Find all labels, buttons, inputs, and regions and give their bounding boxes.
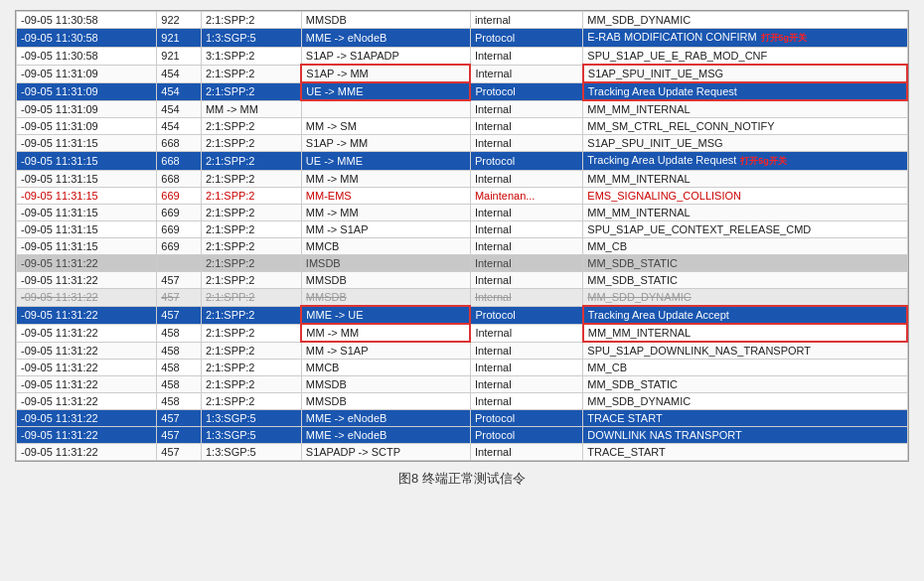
- table-row[interactable]: -09-05 11:31:224572:1:SPP:2MMSDBInternal…: [17, 289, 908, 307]
- table-row[interactable]: -09-05 11:30:589213:1:SPP:2S1AP -> S1APA…: [17, 48, 908, 66]
- table-row[interactable]: -09-05 11:31:224571:3:SGP:5S1APADP -> SC…: [17, 444, 908, 461]
- table-row[interactable]: -09-05 11:31:156692:1:SPP:2MM -> S1APInt…: [17, 221, 908, 238]
- annotation-label: 打开5g开关: [740, 156, 787, 166]
- table-row[interactable]: -09-05 11:31:222:1:SPP:2IMSDBInternalMM_…: [17, 255, 908, 272]
- table-row[interactable]: -09-05 11:31:224571:3:SGP:5MME -> eNodeB…: [17, 410, 908, 427]
- table-row[interactable]: -09-05 11:31:094542:1:SPP:2S1AP -> MMInt…: [17, 65, 908, 82]
- table-row[interactable]: -09-05 11:31:224572:1:SPP:2MMSDBInternal…: [17, 272, 908, 289]
- table-row[interactable]: -09-05 11:31:156682:1:SPP:2UE -> MMEProt…: [17, 152, 908, 171]
- table-row[interactable]: -09-05 11:31:09454MM -> MMInternalMM_MM_…: [17, 100, 908, 118]
- table-row[interactable]: -09-05 11:31:224582:1:SPP:2MM -> S1APInt…: [17, 342, 908, 360]
- figure-caption: 图8 终端正常测试信令: [398, 470, 526, 488]
- table-row[interactable]: -09-05 11:31:156682:1:SPP:2MM -> MMInter…: [17, 171, 908, 188]
- table-row[interactable]: -09-05 11:31:156692:1:SPP:2MM-EMSMainten…: [17, 188, 908, 205]
- table-row[interactable]: -09-05 11:31:094542:1:SPP:2UE -> MMEProt…: [17, 82, 908, 100]
- table-row[interactable]: -09-05 11:30:589222:1:SPP:2MMSDBinternal…: [17, 12, 908, 29]
- table-row[interactable]: -09-05 11:31:156692:1:SPP:2MM -> MMInter…: [17, 205, 908, 221]
- table-row[interactable]: -09-05 11:31:224582:1:SPP:2MMSDBInternal…: [17, 393, 908, 410]
- table-row[interactable]: -09-05 11:31:224572:1:SPP:2MME -> UEProt…: [17, 306, 908, 324]
- annotation-label: 打开5g开关: [761, 33, 808, 43]
- table-row[interactable]: -09-05 11:31:224582:1:SPP:2MMSDBInternal…: [17, 376, 908, 393]
- table-row[interactable]: -09-05 11:31:224571:3:SGP:5MME -> eNodeB…: [17, 427, 908, 444]
- table-row[interactable]: -09-05 11:31:094542:1:SPP:2MM -> SMInter…: [17, 118, 908, 135]
- table-row[interactable]: -09-05 11:31:156682:1:SPP:2S1AP -> MMInt…: [17, 135, 908, 152]
- table-row[interactable]: -09-05 11:31:224582:1:SPP:2MM -> MMInter…: [17, 324, 908, 342]
- table-row[interactable]: -09-05 11:31:224582:1:SPP:2MMCBInternalM…: [17, 360, 908, 376]
- table-row[interactable]: -09-05 11:30:589211:3:SGP:5MME -> eNodeB…: [17, 29, 908, 48]
- table-row[interactable]: -09-05 11:31:156692:1:SPP:2MMCBInternalM…: [17, 238, 908, 255]
- signal-table: -09-05 11:30:589222:1:SPP:2MMSDBinternal…: [15, 10, 909, 462]
